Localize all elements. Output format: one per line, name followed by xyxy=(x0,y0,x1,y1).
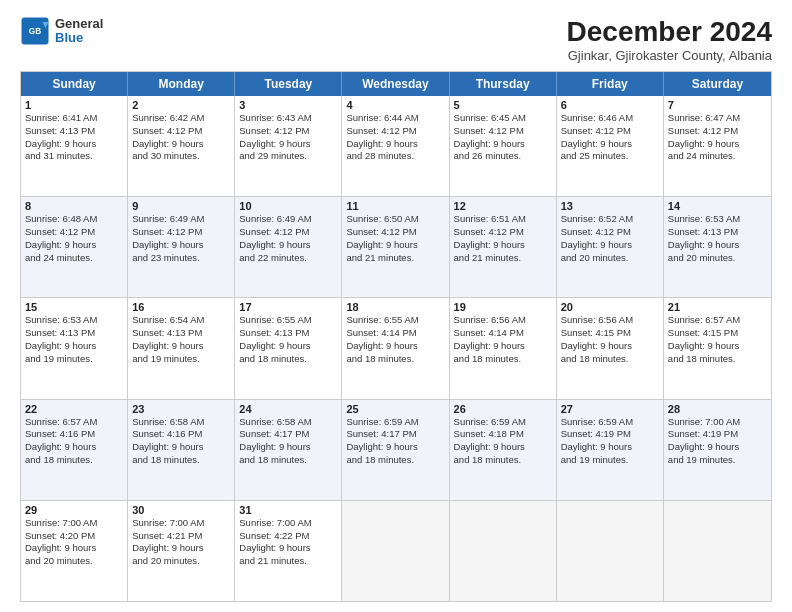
calendar-day-20: 20Sunrise: 6:56 AMSunset: 4:15 PMDayligh… xyxy=(557,298,664,398)
cell-line: Daylight: 9 hours xyxy=(25,441,123,454)
cell-line: Sunrise: 6:41 AM xyxy=(25,112,123,125)
cell-line: Daylight: 9 hours xyxy=(132,340,230,353)
logo-general-text: General xyxy=(55,17,103,31)
title-block: December 2024 Gjinkar, Gjirokaster Count… xyxy=(567,16,772,63)
cell-line: Sunset: 4:12 PM xyxy=(132,125,230,138)
cell-line: Daylight: 9 hours xyxy=(668,441,767,454)
day-number: 14 xyxy=(668,200,767,212)
calendar-day-6: 6Sunrise: 6:46 AMSunset: 4:12 PMDaylight… xyxy=(557,96,664,196)
cell-line: Sunset: 4:15 PM xyxy=(668,327,767,340)
cell-line: Sunrise: 6:53 AM xyxy=(668,213,767,226)
cell-line: and 28 minutes. xyxy=(346,150,444,163)
day-number: 24 xyxy=(239,403,337,415)
weekday-header-tuesday: Tuesday xyxy=(235,72,342,96)
calendar-day-16: 16Sunrise: 6:54 AMSunset: 4:13 PMDayligh… xyxy=(128,298,235,398)
cell-line: Daylight: 9 hours xyxy=(561,441,659,454)
calendar-week-1: 1Sunrise: 6:41 AMSunset: 4:13 PMDaylight… xyxy=(21,96,771,197)
cell-line: Sunset: 4:13 PM xyxy=(132,327,230,340)
cell-line: Daylight: 9 hours xyxy=(454,441,552,454)
cell-line: Sunset: 4:22 PM xyxy=(239,530,337,543)
cell-line: Sunrise: 6:54 AM xyxy=(132,314,230,327)
calendar-page: GB General Blue December 2024 Gjinkar, G… xyxy=(0,0,792,612)
cell-line: Sunrise: 7:00 AM xyxy=(132,517,230,530)
calendar-day-30: 30Sunrise: 7:00 AMSunset: 4:21 PMDayligh… xyxy=(128,501,235,601)
cell-line: and 18 minutes. xyxy=(346,353,444,366)
calendar-day-22: 22Sunrise: 6:57 AMSunset: 4:16 PMDayligh… xyxy=(21,400,128,500)
day-number: 25 xyxy=(346,403,444,415)
weekday-header-saturday: Saturday xyxy=(664,72,771,96)
calendar-day-25: 25Sunrise: 6:59 AMSunset: 4:17 PMDayligh… xyxy=(342,400,449,500)
calendar-day-18: 18Sunrise: 6:55 AMSunset: 4:14 PMDayligh… xyxy=(342,298,449,398)
calendar-day-9: 9Sunrise: 6:49 AMSunset: 4:12 PMDaylight… xyxy=(128,197,235,297)
weekday-header-wednesday: Wednesday xyxy=(342,72,449,96)
cell-line: and 18 minutes. xyxy=(132,454,230,467)
day-number: 19 xyxy=(454,301,552,313)
page-header: GB General Blue December 2024 Gjinkar, G… xyxy=(20,16,772,63)
cell-line: Sunrise: 6:58 AM xyxy=(239,416,337,429)
cell-line: Sunset: 4:13 PM xyxy=(25,327,123,340)
day-number: 22 xyxy=(25,403,123,415)
cell-line: Sunrise: 6:53 AM xyxy=(25,314,123,327)
cell-line: Sunset: 4:20 PM xyxy=(25,530,123,543)
cell-line: Sunset: 4:13 PM xyxy=(239,327,337,340)
cell-line: Sunrise: 6:59 AM xyxy=(346,416,444,429)
cell-line: and 30 minutes. xyxy=(132,150,230,163)
cell-line: Sunrise: 7:00 AM xyxy=(668,416,767,429)
cell-line: Sunset: 4:13 PM xyxy=(25,125,123,138)
calendar-week-5: 29Sunrise: 7:00 AMSunset: 4:20 PMDayligh… xyxy=(21,501,771,601)
day-number: 2 xyxy=(132,99,230,111)
calendar-day-13: 13Sunrise: 6:52 AMSunset: 4:12 PMDayligh… xyxy=(557,197,664,297)
calendar-day-17: 17Sunrise: 6:55 AMSunset: 4:13 PMDayligh… xyxy=(235,298,342,398)
calendar-body: 1Sunrise: 6:41 AMSunset: 4:13 PMDaylight… xyxy=(21,96,771,601)
cell-line: Daylight: 9 hours xyxy=(132,138,230,151)
cell-line: Sunrise: 6:56 AM xyxy=(454,314,552,327)
calendar-day-4: 4Sunrise: 6:44 AMSunset: 4:12 PMDaylight… xyxy=(342,96,449,196)
cell-line: Sunset: 4:14 PM xyxy=(346,327,444,340)
calendar-day-29: 29Sunrise: 7:00 AMSunset: 4:20 PMDayligh… xyxy=(21,501,128,601)
day-number: 31 xyxy=(239,504,337,516)
cell-line: Sunset: 4:12 PM xyxy=(239,125,337,138)
cell-line: and 29 minutes. xyxy=(239,150,337,163)
cell-line: Sunset: 4:18 PM xyxy=(454,428,552,441)
day-number: 6 xyxy=(561,99,659,111)
cell-line: and 18 minutes. xyxy=(25,454,123,467)
calendar-day-14: 14Sunrise: 6:53 AMSunset: 4:13 PMDayligh… xyxy=(664,197,771,297)
svg-text:GB: GB xyxy=(29,27,41,36)
cell-line: Daylight: 9 hours xyxy=(668,138,767,151)
calendar-day-19: 19Sunrise: 6:56 AMSunset: 4:14 PMDayligh… xyxy=(450,298,557,398)
day-number: 30 xyxy=(132,504,230,516)
cell-line: Daylight: 9 hours xyxy=(239,340,337,353)
cell-line: and 18 minutes. xyxy=(454,353,552,366)
cell-line: Sunrise: 6:57 AM xyxy=(25,416,123,429)
day-number: 1 xyxy=(25,99,123,111)
cell-line: Sunset: 4:17 PM xyxy=(346,428,444,441)
cell-line: Sunrise: 6:43 AM xyxy=(239,112,337,125)
cell-line: Sunrise: 6:50 AM xyxy=(346,213,444,226)
cell-line: Sunrise: 6:42 AM xyxy=(132,112,230,125)
day-number: 8 xyxy=(25,200,123,212)
day-number: 11 xyxy=(346,200,444,212)
cell-line: Daylight: 9 hours xyxy=(454,340,552,353)
calendar-week-2: 8Sunrise: 6:48 AMSunset: 4:12 PMDaylight… xyxy=(21,197,771,298)
cell-line: Sunset: 4:12 PM xyxy=(239,226,337,239)
calendar-day-15: 15Sunrise: 6:53 AMSunset: 4:13 PMDayligh… xyxy=(21,298,128,398)
calendar-day-2: 2Sunrise: 6:42 AMSunset: 4:12 PMDaylight… xyxy=(128,96,235,196)
day-number: 16 xyxy=(132,301,230,313)
cell-line: Daylight: 9 hours xyxy=(239,239,337,252)
cell-line: Sunrise: 7:00 AM xyxy=(239,517,337,530)
cell-line: Sunrise: 6:59 AM xyxy=(561,416,659,429)
cell-line: Daylight: 9 hours xyxy=(454,138,552,151)
cell-line: Daylight: 9 hours xyxy=(132,542,230,555)
cell-line: Sunset: 4:21 PM xyxy=(132,530,230,543)
weekday-header-friday: Friday xyxy=(557,72,664,96)
cell-line: Sunrise: 6:55 AM xyxy=(239,314,337,327)
cell-line: Daylight: 9 hours xyxy=(25,239,123,252)
cell-line: Sunset: 4:14 PM xyxy=(454,327,552,340)
cell-line: Sunset: 4:12 PM xyxy=(25,226,123,239)
cell-line: and 20 minutes. xyxy=(668,252,767,265)
cell-line: and 18 minutes. xyxy=(239,353,337,366)
cell-line: Sunrise: 6:52 AM xyxy=(561,213,659,226)
cell-line: Sunset: 4:12 PM xyxy=(346,125,444,138)
day-number: 5 xyxy=(454,99,552,111)
calendar-day-27: 27Sunrise: 6:59 AMSunset: 4:19 PMDayligh… xyxy=(557,400,664,500)
